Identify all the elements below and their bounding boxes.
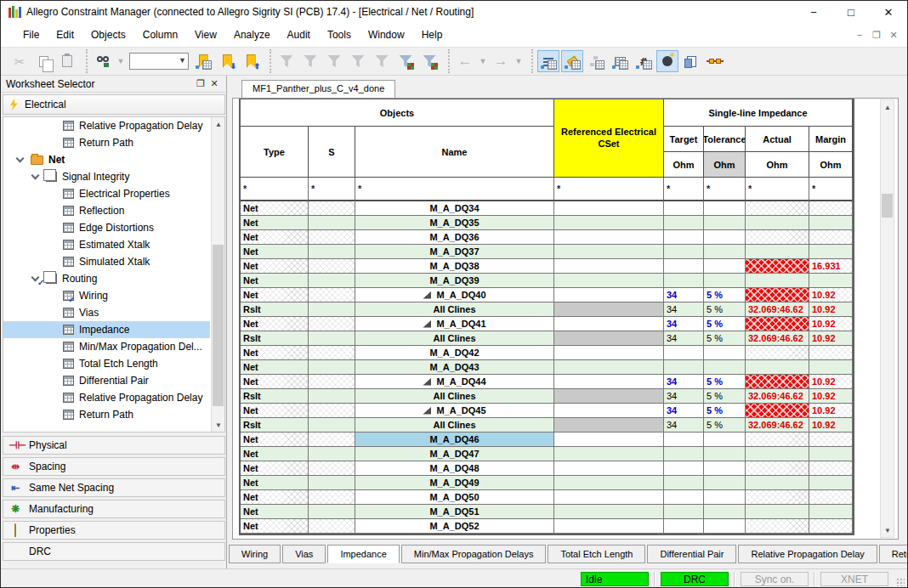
cell-tolerance[interactable] xyxy=(704,360,746,375)
cell-s[interactable] xyxy=(309,346,355,360)
count-mode-icon[interactable]: # xyxy=(633,50,655,72)
cell-actual[interactable] xyxy=(746,461,809,476)
cell-tolerance[interactable] xyxy=(704,245,746,259)
cell-referenced-cset[interactable] xyxy=(554,274,664,288)
cell-name[interactable]: M_A_DQ41 xyxy=(355,317,554,331)
datasheet-icon[interactable] xyxy=(609,50,631,72)
cell-tolerance[interactable]: 5 % xyxy=(704,375,746,389)
cell-referenced-cset[interactable] xyxy=(554,288,664,302)
cell-name[interactable]: M_A_DQ45 xyxy=(355,404,554,418)
cut-icon[interactable]: ✂ xyxy=(9,50,31,72)
maximize-button[interactable]: □ xyxy=(832,1,870,23)
cell-tolerance[interactable] xyxy=(704,274,746,288)
cell-target[interactable] xyxy=(664,476,704,490)
menu-objects[interactable]: Objects xyxy=(82,25,134,44)
cell-referenced-cset[interactable] xyxy=(554,461,664,476)
cell-tolerance[interactable] xyxy=(704,461,746,476)
cell-name[interactable]: M_A_DQ39 xyxy=(355,274,554,288)
bottom-tab-min-max-propagation-delays[interactable]: Min/Max Propagation Delays xyxy=(401,545,547,563)
close-panel-icon[interactable]: ✕ xyxy=(207,78,221,89)
paste-icon[interactable] xyxy=(56,50,78,72)
cell-actual[interactable] xyxy=(746,505,809,519)
menu-column[interactable]: Column xyxy=(134,25,186,44)
category-physical[interactable]: ⊣⊢Physical xyxy=(3,436,225,455)
forward-dropdown-caret[interactable]: ▼ xyxy=(514,50,524,72)
cell-type[interactable]: Net xyxy=(241,259,309,274)
bookmark-view-icon[interactable] xyxy=(192,50,214,72)
cell-type[interactable]: Net xyxy=(241,404,309,418)
cell-type[interactable]: Rslt xyxy=(241,302,309,317)
cell-type[interactable]: Net xyxy=(241,490,309,505)
bottom-tab-return-path[interactable]: Return Path xyxy=(879,545,908,563)
cell-target[interactable] xyxy=(664,490,704,505)
cell-referenced-cset[interactable] xyxy=(554,259,664,274)
cell-margin[interactable] xyxy=(809,476,853,490)
category-properties[interactable]: Properties xyxy=(3,521,225,540)
float-panel-icon[interactable]: ❐ xyxy=(194,78,207,89)
cell-referenced-cset[interactable] xyxy=(554,375,664,389)
cell-type[interactable]: Net xyxy=(241,317,309,331)
cell-s[interactable] xyxy=(309,433,355,447)
cell-tolerance[interactable] xyxy=(704,201,746,216)
cell-s[interactable] xyxy=(309,418,355,433)
filter-apply-icon[interactable] xyxy=(347,50,369,72)
bookmark-prev-icon[interactable]: ⬆ xyxy=(240,50,262,72)
cell-actual[interactable] xyxy=(746,346,809,360)
cell-type[interactable]: Net xyxy=(241,375,309,389)
menu-help[interactable]: Help xyxy=(413,25,451,44)
tree-item-differential-pair[interactable]: Differential Pair xyxy=(3,372,224,389)
cell-s[interactable] xyxy=(309,230,355,245)
cell-margin[interactable] xyxy=(809,505,853,519)
cell-tolerance[interactable] xyxy=(704,519,746,534)
cell-type[interactable]: Rslt xyxy=(241,331,309,346)
filter-cell[interactable]: * xyxy=(704,178,746,201)
cell-margin[interactable]: 10.92 xyxy=(809,375,853,389)
cell-name[interactable]: M_A_DQ47 xyxy=(355,447,554,461)
cell-target[interactable]: 34 xyxy=(664,288,704,302)
tree-item-simulated-xtalk[interactable]: Simulated Xtalk xyxy=(3,253,224,270)
tree-item-edge-distortions[interactable]: Edge Distortions xyxy=(3,219,224,236)
section-electrical[interactable]: Electrical xyxy=(3,94,225,115)
back-icon[interactable]: ← xyxy=(454,50,476,72)
cell-type[interactable]: Net xyxy=(241,274,309,288)
bottom-tab-impedance[interactable]: Impedance xyxy=(327,545,399,563)
cell-type[interactable]: Net xyxy=(241,346,309,360)
cell-actual[interactable] xyxy=(746,490,809,505)
worksheet-selector-toggle-icon[interactable] xyxy=(537,50,559,72)
filter-clear-icon[interactable] xyxy=(299,50,321,72)
cell-s[interactable] xyxy=(309,389,355,404)
cell-type[interactable]: Net xyxy=(241,519,309,534)
cell-tolerance[interactable] xyxy=(704,216,746,230)
cell-type[interactable]: Net xyxy=(241,461,309,476)
cell-type[interactable]: Rslt xyxy=(241,418,309,433)
cell-referenced-cset[interactable] xyxy=(554,245,664,259)
tree-item-estimated-xtalk[interactable]: Estimated Xtalk xyxy=(3,236,224,253)
cell-s[interactable] xyxy=(309,245,355,259)
cell-type[interactable]: Net xyxy=(241,447,309,461)
cell-tolerance[interactable] xyxy=(704,433,746,447)
cell-margin[interactable] xyxy=(809,461,853,476)
bottom-tab-differential-pair[interactable]: Differential Pair xyxy=(647,545,736,563)
filter-off-icon[interactable] xyxy=(323,50,345,72)
cell-name[interactable]: M_A_DQ38 xyxy=(355,259,554,274)
cell-referenced-cset[interactable] xyxy=(554,418,664,433)
tree-item-routing[interactable]: ✓Routing xyxy=(3,270,224,287)
category-manufacturing[interactable]: ❋Manufacturing xyxy=(3,500,225,518)
cell-tolerance[interactable]: 5 % xyxy=(704,302,746,317)
cell-tolerance[interactable] xyxy=(704,476,746,490)
cell-type[interactable]: Net xyxy=(241,476,309,490)
cell-tolerance[interactable] xyxy=(704,259,746,274)
tree-item-return-path[interactable]: Return Path xyxy=(3,406,224,423)
cell-margin[interactable] xyxy=(809,346,853,360)
cell-actual[interactable] xyxy=(746,201,809,216)
cell-type[interactable]: Net xyxy=(241,360,309,375)
cell-margin[interactable] xyxy=(809,216,853,230)
cell-type[interactable]: Net xyxy=(241,216,309,230)
chevron-down-icon[interactable] xyxy=(16,154,25,162)
cell-margin[interactable] xyxy=(809,519,853,534)
minimize-button[interactable]: − xyxy=(795,1,832,23)
cell-tolerance[interactable] xyxy=(704,490,746,505)
category-spacing[interactable]: ⇹Spacing xyxy=(3,457,225,476)
grid-scrollbar[interactable]: ▲ ▼ xyxy=(880,99,894,538)
cell-margin[interactable]: 16.931 xyxy=(809,259,853,274)
